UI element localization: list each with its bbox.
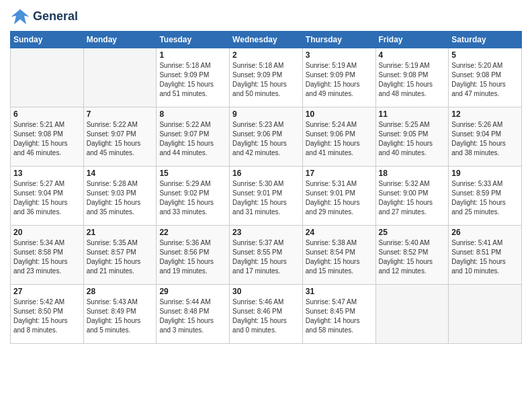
logo: General — [10, 7, 78, 27]
day-number: 11 — [379, 109, 446, 119]
calendar-table: SundayMondayTuesdayWednesdayThursdayFrid… — [10, 31, 522, 344]
calendar-cell: 30 Sunrise: 5:46 AMSunset: 8:46 PMDaylig… — [230, 285, 303, 344]
day-info: Sunrise: 5:24 AMSunset: 9:06 PMDaylight:… — [306, 120, 373, 158]
day-number: 6 — [13, 109, 81, 119]
day-info: Sunrise: 5:18 AMSunset: 9:09 PMDaylight:… — [159, 61, 226, 99]
weekday-header-sunday: Sunday — [11, 32, 84, 48]
calendar-cell: 24 Sunrise: 5:38 AMSunset: 8:54 PMDaylig… — [302, 226, 375, 285]
weekday-header-tuesday: Tuesday — [157, 32, 230, 48]
day-number: 23 — [232, 228, 300, 237]
calendar-cell: 27 Sunrise: 5:42 AMSunset: 8:50 PMDaylig… — [11, 285, 84, 344]
day-number: 8 — [159, 109, 226, 119]
calendar-cell: 19 Sunrise: 5:33 AMSunset: 8:59 PMDaylig… — [449, 167, 522, 226]
day-info: Sunrise: 5:19 AMSunset: 9:09 PMDaylight:… — [306, 61, 373, 99]
day-number: 5 — [451, 50, 519, 60]
calendar-cell: 22 Sunrise: 5:36 AMSunset: 8:56 PMDaylig… — [157, 226, 230, 285]
day-info: Sunrise: 5:19 AMSunset: 9:08 PMDaylight:… — [379, 61, 446, 99]
day-info: Sunrise: 5:36 AMSunset: 8:56 PMDaylight:… — [159, 238, 226, 276]
day-number: 21 — [87, 228, 154, 237]
day-info: Sunrise: 5:25 AMSunset: 9:05 PMDaylight:… — [379, 120, 446, 158]
logo-icon — [10, 7, 30, 27]
day-info: Sunrise: 5:28 AMSunset: 9:03 PMDaylight:… — [87, 179, 154, 217]
day-info: Sunrise: 5:43 AMSunset: 8:49 PMDaylight:… — [87, 298, 154, 335]
day-number: 18 — [379, 169, 446, 178]
calendar-cell: 5 Sunrise: 5:20 AMSunset: 9:08 PMDayligh… — [449, 48, 522, 107]
calendar-cell — [449, 285, 522, 344]
day-info: Sunrise: 5:44 AMSunset: 8:48 PMDaylight:… — [159, 298, 226, 335]
weekday-header-wednesday: Wednesday — [230, 32, 303, 48]
calendar-cell: 9 Sunrise: 5:23 AMSunset: 9:06 PMDayligh… — [230, 107, 303, 167]
calendar-cell: 1 Sunrise: 5:18 AMSunset: 9:09 PMDayligh… — [157, 48, 230, 107]
calendar-cell: 14 Sunrise: 5:28 AMSunset: 9:03 PMDaylig… — [83, 167, 157, 226]
calendar-cell: 25 Sunrise: 5:40 AMSunset: 8:52 PMDaylig… — [375, 226, 449, 285]
day-info: Sunrise: 5:33 AMSunset: 8:59 PMDaylight:… — [451, 179, 519, 217]
day-info: Sunrise: 5:40 AMSunset: 8:52 PMDaylight:… — [379, 238, 446, 276]
day-number: 2 — [232, 50, 300, 60]
day-number: 17 — [306, 169, 373, 178]
calendar-cell: 28 Sunrise: 5:43 AMSunset: 8:49 PMDaylig… — [83, 285, 157, 344]
calendar-cell: 26 Sunrise: 5:41 AMSunset: 8:51 PMDaylig… — [449, 226, 522, 285]
day-info: Sunrise: 5:20 AMSunset: 9:08 PMDaylight:… — [451, 61, 519, 99]
day-info: Sunrise: 5:37 AMSunset: 8:55 PMDaylight:… — [232, 238, 300, 276]
day-number: 7 — [87, 109, 154, 119]
weekday-header-saturday: Saturday — [449, 32, 522, 48]
calendar-cell — [375, 285, 449, 344]
calendar-cell: 23 Sunrise: 5:37 AMSunset: 8:55 PMDaylig… — [230, 226, 303, 285]
day-info: Sunrise: 5:29 AMSunset: 9:02 PMDaylight:… — [159, 179, 226, 217]
day-number: 1 — [159, 50, 226, 60]
day-number: 3 — [306, 50, 373, 60]
day-info: Sunrise: 5:47 AMSunset: 8:45 PMDaylight:… — [306, 298, 373, 335]
day-info: Sunrise: 5:46 AMSunset: 8:46 PMDaylight:… — [232, 298, 300, 335]
calendar-cell: 10 Sunrise: 5:24 AMSunset: 9:06 PMDaylig… — [302, 107, 375, 167]
page-header: General — [10, 7, 522, 27]
calendar-cell: 16 Sunrise: 5:30 AMSunset: 9:01 PMDaylig… — [230, 167, 303, 226]
day-number: 13 — [13, 169, 81, 178]
day-info: Sunrise: 5:38 AMSunset: 8:54 PMDaylight:… — [306, 238, 373, 276]
calendar-cell: 21 Sunrise: 5:35 AMSunset: 8:57 PMDaylig… — [83, 226, 157, 285]
weekday-header-thursday: Thursday — [302, 32, 375, 48]
day-number: 16 — [232, 169, 300, 178]
day-info: Sunrise: 5:21 AMSunset: 9:08 PMDaylight:… — [13, 120, 81, 158]
day-info: Sunrise: 5:35 AMSunset: 8:57 PMDaylight:… — [87, 238, 154, 276]
day-number: 27 — [13, 287, 81, 296]
day-number: 10 — [306, 109, 373, 119]
calendar-cell: 15 Sunrise: 5:29 AMSunset: 9:02 PMDaylig… — [157, 167, 230, 226]
logo-text: General — [33, 10, 78, 24]
svg-marker-0 — [11, 9, 30, 25]
day-info: Sunrise: 5:22 AMSunset: 9:07 PMDaylight:… — [87, 120, 154, 158]
day-number: 28 — [87, 287, 154, 296]
calendar-cell — [11, 48, 84, 107]
day-number: 19 — [451, 169, 519, 178]
day-number: 30 — [232, 287, 300, 296]
day-info: Sunrise: 5:18 AMSunset: 9:09 PMDaylight:… — [232, 61, 300, 99]
day-info: Sunrise: 5:26 AMSunset: 9:04 PMDaylight:… — [451, 120, 519, 158]
day-number: 15 — [159, 169, 226, 178]
day-info: Sunrise: 5:41 AMSunset: 8:51 PMDaylight:… — [451, 238, 519, 276]
day-number: 26 — [451, 228, 519, 237]
calendar-cell: 2 Sunrise: 5:18 AMSunset: 9:09 PMDayligh… — [230, 48, 303, 107]
day-info: Sunrise: 5:31 AMSunset: 9:01 PMDaylight:… — [306, 179, 373, 217]
day-number: 12 — [451, 109, 519, 119]
day-info: Sunrise: 5:22 AMSunset: 9:07 PMDaylight:… — [159, 120, 226, 158]
calendar-cell: 11 Sunrise: 5:25 AMSunset: 9:05 PMDaylig… — [375, 107, 449, 167]
calendar-cell: 17 Sunrise: 5:31 AMSunset: 9:01 PMDaylig… — [302, 167, 375, 226]
calendar-cell — [83, 48, 157, 107]
day-number: 29 — [159, 287, 226, 296]
day-number: 20 — [13, 228, 81, 237]
calendar-cell: 20 Sunrise: 5:34 AMSunset: 8:58 PMDaylig… — [11, 226, 84, 285]
calendar-cell: 4 Sunrise: 5:19 AMSunset: 9:08 PMDayligh… — [375, 48, 449, 107]
calendar-cell: 3 Sunrise: 5:19 AMSunset: 9:09 PMDayligh… — [302, 48, 375, 107]
day-number: 9 — [232, 109, 300, 119]
day-info: Sunrise: 5:42 AMSunset: 8:50 PMDaylight:… — [13, 298, 81, 335]
weekday-header-friday: Friday — [375, 32, 449, 48]
day-number: 25 — [379, 228, 446, 237]
calendar-cell: 6 Sunrise: 5:21 AMSunset: 9:08 PMDayligh… — [11, 107, 84, 167]
day-info: Sunrise: 5:32 AMSunset: 9:00 PMDaylight:… — [379, 179, 446, 217]
calendar-cell: 7 Sunrise: 5:22 AMSunset: 9:07 PMDayligh… — [83, 107, 157, 167]
day-number: 14 — [87, 169, 154, 178]
day-info: Sunrise: 5:23 AMSunset: 9:06 PMDaylight:… — [232, 120, 300, 158]
calendar-cell: 31 Sunrise: 5:47 AMSunset: 8:45 PMDaylig… — [302, 285, 375, 344]
calendar-cell: 29 Sunrise: 5:44 AMSunset: 8:48 PMDaylig… — [157, 285, 230, 344]
day-number: 31 — [306, 287, 373, 296]
calendar-cell: 13 Sunrise: 5:27 AMSunset: 9:04 PMDaylig… — [11, 167, 84, 226]
